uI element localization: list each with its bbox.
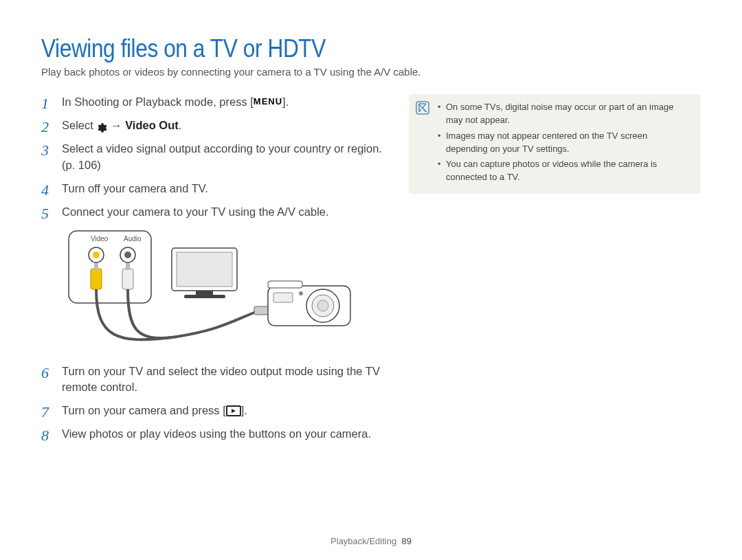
- svg-rect-12: [196, 291, 213, 295]
- step-number: 8: [41, 425, 49, 447]
- step-text: Turn on your TV and select the video out…: [62, 365, 380, 394]
- step-6: 6 Turn on your TV and select the video o…: [41, 363, 385, 396]
- step-text: In Shooting or Playback mode, press [: [62, 96, 254, 108]
- step-text: →: [107, 119, 125, 131]
- note-list: On some TVs, digital noise may occur or …: [438, 101, 691, 184]
- svg-rect-13: [184, 295, 225, 298]
- page-subtitle: Play back photos or videos by connecting…: [41, 66, 701, 78]
- svg-rect-6: [94, 263, 98, 270]
- diagram-label-video: Video: [91, 235, 109, 243]
- note-box: On some TVs, digital noise may occur or …: [409, 94, 701, 194]
- svg-marker-22: [232, 409, 236, 413]
- step-text: .: [179, 119, 182, 131]
- page-title: Viewing files on a TV or HDTV: [41, 34, 622, 63]
- steps-list: 1 In Shooting or Playback mode, press [M…: [41, 94, 385, 443]
- svg-point-4: [124, 251, 131, 258]
- svg-rect-19: [273, 293, 293, 302]
- step-number: 5: [41, 203, 49, 225]
- svg-rect-11: [177, 252, 232, 287]
- menu-option: Video Out: [125, 119, 179, 131]
- step-5: 5 Connect your camera to your TV using t…: [41, 204, 385, 221]
- step-text: Select a video signal output according t…: [62, 142, 382, 171]
- step-number: 7: [41, 401, 49, 423]
- step-number: 6: [41, 362, 49, 384]
- step-1: 1 In Shooting or Playback mode, press [M…: [41, 94, 385, 111]
- left-column: 1 In Shooting or Playback mode, press [M…: [41, 94, 385, 449]
- tv-illustration: [172, 248, 237, 298]
- step-text: Turn on your camera and press [: [62, 404, 226, 416]
- connection-diagram: Video Audio: [62, 227, 385, 354]
- footer-section: Playback/Editing: [330, 536, 396, 546]
- manual-page: Viewing files on a TV or HDTV Play back …: [0, 0, 742, 560]
- step-number: 2: [41, 116, 49, 138]
- step-4: 4 Turn off your camera and TV.: [41, 181, 385, 197]
- step-3: 3 Select a video signal output according…: [41, 141, 385, 174]
- step-2: 2 Select → Video Out.: [41, 117, 385, 134]
- note-item: On some TVs, digital noise may occur or …: [438, 101, 691, 127]
- svg-point-2: [93, 251, 100, 258]
- diagram-label-audio: Audio: [124, 235, 142, 243]
- svg-rect-5: [91, 269, 102, 289]
- footer-page-number: 89: [401, 536, 411, 546]
- content-columns: 1 In Shooting or Playback mode, press [M…: [41, 94, 701, 449]
- step-text: ].: [241, 404, 247, 416]
- step-number: 1: [41, 93, 49, 115]
- step-text: Select: [62, 119, 96, 131]
- step-7: 7 Turn on your camera and press [].: [41, 403, 385, 419]
- step-text: ].: [282, 96, 289, 108]
- step-text: Connect your camera to your TV using the…: [62, 205, 329, 218]
- step-number: 3: [41, 139, 49, 161]
- note-item: You can capture photos or videos while t…: [438, 158, 691, 184]
- svg-point-18: [317, 300, 328, 311]
- page-footer: Playback/Editing 89: [0, 536, 742, 546]
- svg-rect-8: [126, 263, 130, 270]
- svg-point-20: [299, 291, 303, 295]
- gear-icon: [96, 122, 107, 134]
- step-8: 8 View photos or play videos using the b…: [41, 426, 385, 443]
- svg-rect-15: [268, 281, 302, 288]
- step-text: View photos or play videos using the but…: [62, 427, 371, 440]
- menu-button-icon: MENU: [254, 96, 282, 109]
- svg-rect-9: [254, 306, 269, 315]
- step-number: 4: [41, 179, 49, 201]
- note-icon: [416, 101, 429, 119]
- step-text: Turn off your camera and TV.: [62, 182, 208, 194]
- note-item: Images may not appear centered on the TV…: [438, 130, 691, 156]
- svg-rect-7: [122, 269, 133, 289]
- right-column: On some TVs, digital noise may occur or …: [409, 94, 701, 449]
- playback-icon: [226, 405, 241, 417]
- camera-illustration: [268, 281, 350, 326]
